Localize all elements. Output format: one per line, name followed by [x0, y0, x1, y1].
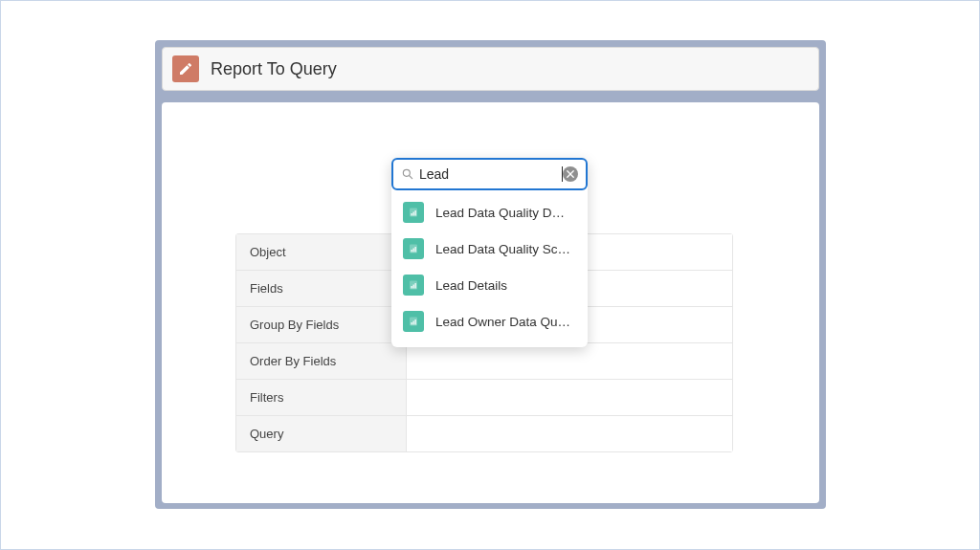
- report-icon: [403, 311, 424, 332]
- config-label: Fields: [236, 271, 407, 306]
- svg-line-1: [410, 176, 412, 179]
- config-row-order-by: Order By Fields: [236, 343, 732, 380]
- app-window: Report To Query Object Fields Group By F…: [155, 40, 826, 509]
- search-input[interactable]: Lead: [419, 166, 561, 182]
- result-label: Lead Owner Data Qu…: [435, 315, 570, 329]
- svg-rect-19: [415, 319, 416, 325]
- svg-rect-9: [412, 250, 412, 253]
- svg-rect-18: [413, 321, 414, 325]
- page-title: Report To Query: [211, 59, 337, 79]
- result-item[interactable]: Lead Data Quality D…: [391, 194, 588, 231]
- report-icon: [403, 275, 424, 296]
- search-icon: [401, 167, 414, 181]
- outer-frame: Report To Query Object Fields Group By F…: [0, 0, 980, 550]
- search-dropdown: Lead Lead Data Q: [391, 158, 588, 347]
- report-icon: [403, 202, 424, 223]
- config-label: Query: [236, 416, 407, 451]
- svg-rect-13: [412, 286, 412, 289]
- config-row-filters: Filters: [236, 380, 732, 416]
- result-item[interactable]: Lead Data Quality Sc…: [391, 231, 588, 267]
- svg-rect-14: [413, 285, 414, 289]
- result-item[interactable]: Lead Details: [391, 267, 588, 303]
- svg-rect-5: [412, 213, 412, 216]
- main-panel: Object Fields Group By Fields Order By F…: [162, 102, 819, 503]
- result-label: Lead Data Quality D…: [435, 206, 565, 220]
- config-value-filters[interactable]: [407, 380, 732, 415]
- config-label: Order By Fields: [236, 343, 407, 379]
- svg-rect-11: [415, 247, 416, 253]
- config-label: Group By Fields: [236, 307, 407, 342]
- search-field[interactable]: Lead: [391, 158, 588, 190]
- config-value-query[interactable]: [407, 416, 732, 451]
- svg-point-0: [403, 169, 410, 176]
- report-icon: [403, 238, 424, 259]
- svg-rect-17: [412, 322, 412, 325]
- svg-rect-15: [415, 283, 416, 289]
- config-row-query: Query: [236, 416, 732, 451]
- config-label: Object: [236, 234, 407, 270]
- header-bar: Report To Query: [162, 47, 819, 91]
- search-results: Lead Data Quality D… Lead Data Quality S…: [391, 190, 588, 347]
- result-label: Lead Data Quality Sc…: [435, 242, 570, 256]
- svg-rect-10: [413, 249, 414, 253]
- edit-icon: [172, 55, 199, 82]
- result-item[interactable]: Lead Owner Data Qu…: [391, 303, 588, 340]
- config-value-order-by[interactable]: [407, 343, 732, 379]
- config-label: Filters: [236, 380, 407, 415]
- svg-rect-7: [415, 210, 416, 216]
- svg-rect-6: [413, 212, 414, 216]
- clear-search-button[interactable]: [563, 166, 578, 182]
- result-label: Lead Details: [435, 278, 507, 293]
